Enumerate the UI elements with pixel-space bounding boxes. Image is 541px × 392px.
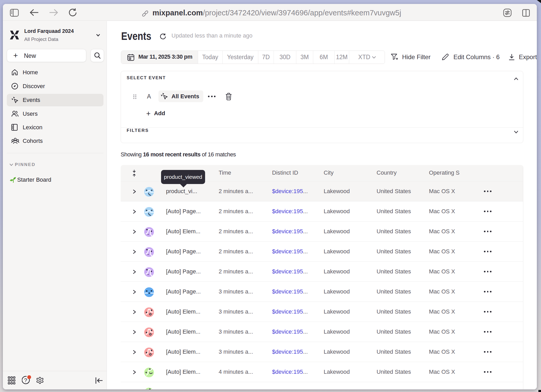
svg-text:?: ? xyxy=(24,377,27,383)
